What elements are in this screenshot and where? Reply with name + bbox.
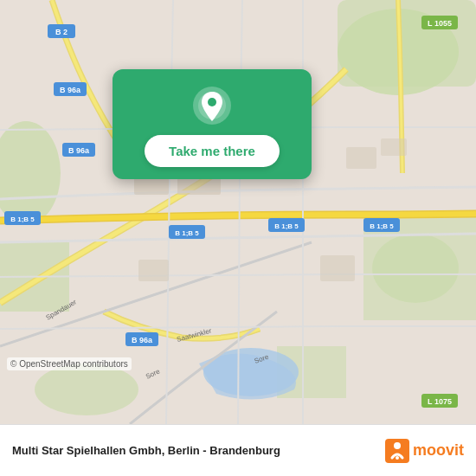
- bottom-bar: Multi Star Spielhallen Gmbh, Berlin - Br…: [0, 424, 476, 476]
- location-name: Multi Star Spielhallen Gmbh, Berlin - Br…: [12, 444, 280, 457]
- svg-text:B 1;B 5: B 1;B 5: [175, 229, 199, 237]
- svg-rect-38: [346, 147, 376, 169]
- take-me-there-button[interactable]: Take me there: [145, 135, 280, 167]
- svg-rect-2: [338, 0, 476, 87]
- svg-text:B 1;B 5: B 1;B 5: [370, 222, 394, 230]
- svg-text:B 96a: B 96a: [60, 86, 81, 94]
- svg-text:B 96a: B 96a: [132, 336, 153, 344]
- svg-text:L 1075: L 1075: [428, 397, 452, 406]
- location-pin-icon: [191, 85, 233, 126]
- moovit-icon: [385, 439, 409, 463]
- moovit-logo: moovit: [385, 439, 464, 463]
- svg-point-7: [35, 363, 138, 415]
- svg-rect-39: [381, 138, 407, 156]
- map-container: B 2 B 96a B 96a B 1;B 5 B 1;B 5 B 1;B 5 …: [0, 0, 476, 424]
- copyright-text: © OpenStreetMap contributors: [7, 357, 132, 370]
- svg-text:B 96a: B 96a: [68, 146, 90, 155]
- popup-card: Take me there: [113, 69, 312, 179]
- moovit-text: moovit: [413, 441, 464, 460]
- svg-point-44: [394, 442, 401, 449]
- svg-text:L 1055: L 1055: [428, 19, 452, 28]
- svg-rect-36: [138, 260, 169, 281]
- svg-text:B 2: B 2: [55, 28, 68, 36]
- svg-point-45: [396, 456, 399, 460]
- svg-point-42: [208, 98, 216, 106]
- svg-text:B 1;B 5: B 1;B 5: [10, 215, 35, 223]
- svg-text:B 1;B 5: B 1;B 5: [274, 222, 299, 230]
- svg-rect-37: [320, 255, 355, 281]
